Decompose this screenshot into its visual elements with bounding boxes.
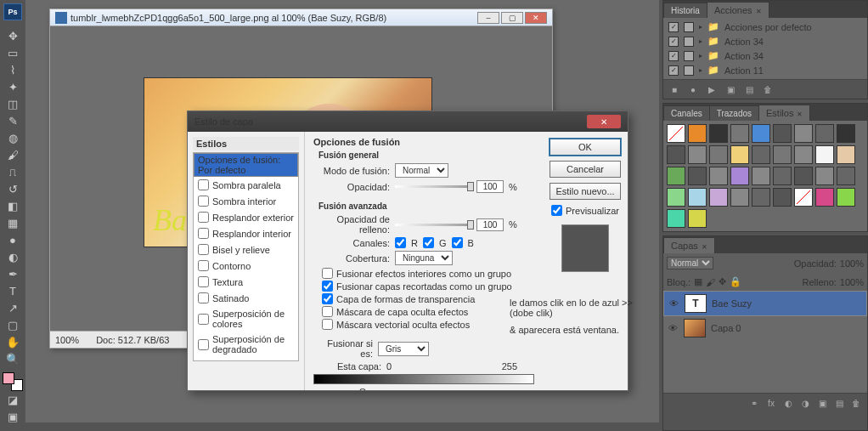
style-item-3[interactable]: Resplandor exterior: [194, 209, 298, 225]
style-swatch-6[interactable]: [794, 124, 813, 143]
blend-mode-select[interactable]: Normal: [395, 163, 448, 178]
maximize-button[interactable]: ▢: [501, 12, 523, 24]
style-item-checkbox[interactable]: [198, 260, 209, 271]
tab-actions[interactable]: Acciones✕: [707, 2, 769, 18]
wand-tool[interactable]: ✦: [3, 78, 23, 95]
fill-opacity-slider[interactable]: [395, 224, 471, 226]
history-brush-tool[interactable]: ↺: [3, 180, 23, 197]
path-tool[interactable]: ↗: [3, 299, 23, 316]
style-item-1[interactable]: Sombra paralela: [194, 177, 298, 193]
style-swatch-34[interactable]: [815, 188, 834, 207]
dodge-tool[interactable]: ◐: [3, 248, 23, 265]
style-swatch-32[interactable]: [773, 188, 792, 207]
new-layer-icon[interactable]: ▤: [831, 397, 847, 409]
style-swatch-22[interactable]: [752, 167, 770, 185]
style-swatch-36[interactable]: [667, 209, 685, 228]
preview-checkbox[interactable]: [551, 205, 562, 216]
style-swatch-15[interactable]: [794, 145, 813, 164]
tab-paths[interactable]: Trazados: [709, 105, 759, 121]
lock-position-icon[interactable]: ✥: [719, 276, 726, 287]
style-swatch-9[interactable]: [667, 145, 685, 164]
blend-interior-checkbox[interactable]: [322, 268, 333, 279]
stop-icon[interactable]: ■: [667, 83, 682, 95]
style-swatch-10[interactable]: [688, 145, 707, 164]
crop-tool[interactable]: ◫: [3, 95, 23, 112]
eyedropper-tool[interactable]: ✎: [3, 112, 23, 129]
ok-button[interactable]: OK: [550, 139, 621, 156]
style-item-checkbox[interactable]: [198, 339, 209, 350]
new-style-button[interactable]: Estilo nuevo...: [550, 183, 621, 200]
action-row-0[interactable]: ✓▸📁Acciones por defecto: [665, 20, 865, 34]
dialog-titlebar[interactable]: Estilo de capa ✕: [188, 111, 628, 132]
style-swatch-35[interactable]: [837, 188, 855, 207]
style-item-2[interactable]: Sombra interior: [194, 193, 298, 209]
style-swatch-14[interactable]: [773, 145, 792, 164]
style-item-10[interactable]: Superposición de degradado: [194, 332, 298, 357]
visibility-icon[interactable]: 👁: [667, 323, 679, 333]
style-item-checkbox[interactable]: [198, 196, 209, 207]
gradient-tool[interactable]: ▦: [3, 214, 23, 231]
zoom-level[interactable]: 100%: [55, 335, 79, 345]
style-swatch-18[interactable]: [667, 167, 685, 185]
quickmask-tool[interactable]: ◪: [3, 391, 23, 408]
tab-channels[interactable]: Canales: [663, 105, 710, 121]
pen-tool[interactable]: ✒: [3, 265, 23, 282]
action-row-3[interactable]: ✓▸📁Action 11: [665, 63, 865, 77]
layer-row-1[interactable]: 👁Capa 0: [663, 316, 867, 340]
channel-r-checkbox[interactable]: [395, 237, 406, 248]
style-swatch-11[interactable]: [709, 145, 728, 164]
close-button[interactable]: ✕: [525, 12, 547, 24]
style-item-11[interactable]: Superposición de motivo: [194, 357, 298, 361]
fx-icon[interactable]: fx: [764, 397, 779, 409]
cancel-button[interactable]: Cancelar: [550, 161, 621, 178]
move-tool[interactable]: ✥: [3, 27, 23, 44]
style-swatch-37[interactable]: [688, 209, 707, 228]
marquee-tool[interactable]: ▭: [3, 44, 23, 61]
style-item-checkbox[interactable]: [198, 314, 209, 325]
style-item-7[interactable]: Textura: [194, 274, 298, 290]
play-icon[interactable]: ▶: [704, 83, 719, 95]
shape-tool[interactable]: ▢: [3, 316, 23, 333]
screenmode-tool[interactable]: ▣: [3, 408, 23, 425]
new-folder-icon[interactable]: ▣: [723, 83, 738, 95]
layer-opacity-value[interactable]: 100%: [840, 258, 864, 269]
style-swatch-26[interactable]: [837, 167, 855, 185]
style-swatch-33[interactable]: [794, 188, 813, 207]
layer-row-0[interactable]: 👁TBae Suzy: [663, 291, 867, 316]
style-item-checkbox[interactable]: [198, 244, 209, 255]
lock-all-icon[interactable]: 🔒: [730, 276, 741, 287]
style-swatch-31[interactable]: [752, 188, 770, 207]
style-swatch-8[interactable]: [837, 124, 855, 143]
style-swatch-12[interactable]: [730, 145, 749, 164]
style-swatch-7[interactable]: [815, 124, 834, 143]
stamp-tool[interactable]: ⎍: [3, 163, 23, 180]
style-swatch-5[interactable]: [773, 124, 792, 143]
style-swatch-28[interactable]: [688, 188, 707, 207]
minimize-button[interactable]: –: [477, 12, 499, 24]
new-action-icon[interactable]: ▤: [741, 83, 757, 95]
mask-icon[interactable]: ◐: [781, 397, 796, 409]
style-swatch-24[interactable]: [794, 167, 813, 185]
layer-mask-hides-checkbox[interactable]: [322, 306, 333, 317]
zoom-tool[interactable]: 🔍: [3, 350, 23, 367]
knockout-select[interactable]: Ninguna: [395, 251, 453, 265]
style-swatch-20[interactable]: [709, 167, 728, 185]
action-row-2[interactable]: ✓▸📁Action 34: [665, 48, 865, 63]
channel-g-checkbox[interactable]: [423, 237, 434, 248]
layer-fill-value[interactable]: 100%: [840, 277, 864, 287]
lasso-tool[interactable]: ⌇: [3, 61, 23, 78]
group-icon[interactable]: ▣: [814, 397, 830, 409]
style-swatch-25[interactable]: [815, 167, 834, 185]
channel-b-checkbox[interactable]: [452, 237, 463, 248]
tab-styles[interactable]: Estilos✕: [758, 105, 810, 121]
style-swatch-23[interactable]: [773, 167, 792, 185]
blur-tool[interactable]: ●: [3, 231, 23, 248]
style-swatch-4[interactable]: [752, 124, 770, 143]
adjustment-icon[interactable]: ◑: [798, 397, 813, 409]
style-item-8[interactable]: Satinado: [194, 290, 298, 306]
style-swatch-16[interactable]: [815, 145, 834, 164]
style-swatch-3[interactable]: [730, 124, 749, 143]
brush-tool[interactable]: 🖌: [3, 146, 23, 163]
lock-paint-icon[interactable]: 🖌: [706, 277, 715, 287]
dialog-close-button[interactable]: ✕: [587, 115, 621, 128]
